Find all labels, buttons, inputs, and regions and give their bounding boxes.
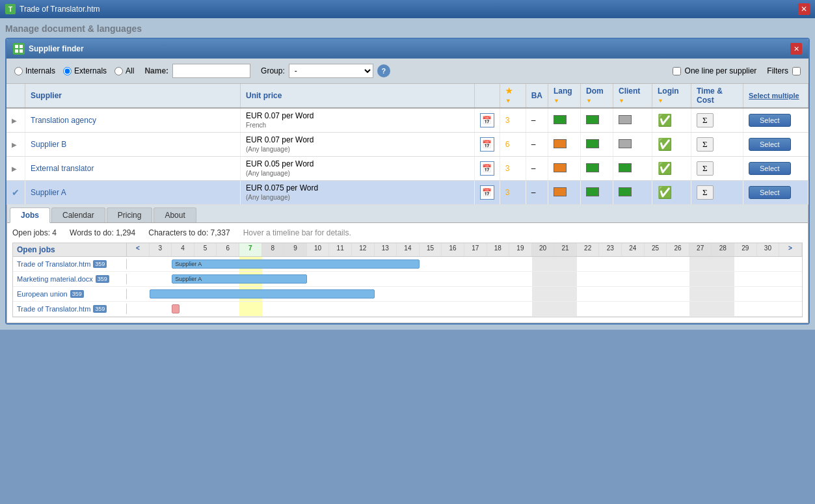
sigma-button[interactable]: Σ: [697, 161, 714, 176]
tab-jobs[interactable]: Jobs: [10, 207, 50, 223]
lang-flag-icon: [554, 187, 567, 196]
supplier-cell: Translation agency: [25, 108, 241, 133]
sigma-button[interactable]: Σ: [697, 137, 714, 152]
expand-arrow[interactable]: ▶: [12, 141, 17, 148]
help-button[interactable]: ?: [377, 64, 390, 77]
th-star[interactable]: ★ ▼: [500, 84, 526, 108]
th-select-multiple[interactable]: Select multiple: [743, 84, 808, 108]
unit-price: EUR 0.07 per Word: [246, 135, 314, 144]
tab-pricing[interactable]: Pricing: [107, 207, 153, 222]
name-field: Name:: [144, 64, 250, 78]
select-button[interactable]: Select: [749, 138, 791, 151]
lang-cell: [548, 181, 581, 205]
calendar-icon[interactable]: 📅: [480, 161, 494, 176]
cal-day-label: 25: [645, 243, 667, 256]
select-cell: Select: [743, 157, 808, 181]
sigma-cell: Σ: [691, 133, 743, 157]
sigma-cell: Σ: [691, 157, 743, 181]
star-rating: 6: [505, 140, 510, 149]
cal-day-label: 3: [150, 243, 172, 256]
cal-day-label: 8: [262, 243, 285, 256]
cal-job-link[interactable]: Trade of Translator.htm: [17, 305, 90, 313]
bg-title: Manage document & languages: [5, 23, 810, 34]
cal-days-header: <345678910111213141516171819202122232425…: [127, 243, 802, 256]
cal-bar[interactable]: Supplier A: [172, 274, 307, 284]
tab-about[interactable]: About: [154, 207, 196, 222]
tab-calendar[interactable]: Calendar: [51, 207, 105, 222]
group-dropdown[interactable]: -: [289, 64, 373, 78]
name-input[interactable]: [172, 64, 250, 78]
login-check-icon: ✅: [658, 162, 672, 175]
title-bar-title: Trade of Translator.htm: [20, 5, 100, 14]
cal-job-link[interactable]: Marketing material.docx: [17, 275, 93, 283]
sigma-button[interactable]: Σ: [697, 113, 714, 127]
one-line-option: One line per supplier: [673, 66, 757, 75]
calendar-icon[interactable]: 📅: [480, 113, 494, 127]
title-bar-close-button[interactable]: ✕: [798, 3, 810, 15]
th-lang[interactable]: Lang ▼: [548, 84, 581, 108]
expand-cell[interactable]: ▶: [7, 108, 25, 133]
calendar-cell[interactable]: 📅: [474, 157, 500, 181]
calendar-cell[interactable]: 📅: [474, 181, 500, 205]
th-time-cost: Time & Cost: [691, 84, 743, 108]
expand-arrow[interactable]: ▶: [12, 165, 17, 172]
login-cell: ✅: [652, 133, 691, 157]
radio-all[interactable]: All: [114, 66, 134, 75]
cal-bar[interactable]: Supplier A: [172, 259, 420, 269]
radio-internals[interactable]: Internals: [14, 66, 55, 75]
select-button[interactable]: Select: [749, 162, 791, 175]
unit-price-cell: EUR 0.07 per WordFrench: [240, 108, 474, 133]
cal-job-link[interactable]: Trade of Translator.htm: [17, 260, 90, 268]
th-client[interactable]: Client ▼: [613, 84, 652, 108]
weekend-shade: [532, 287, 577, 301]
calendar-cell[interactable]: 📅: [474, 108, 500, 133]
tabs-container: Jobs Calendar Pricing About Open jobs: 4…: [7, 205, 808, 323]
supplier-link[interactable]: Translation agency: [31, 116, 96, 125]
calendar-cell[interactable]: 📅: [474, 133, 500, 157]
sigma-button[interactable]: Σ: [697, 185, 714, 200]
login-check-icon: ✅: [658, 186, 672, 199]
cal-day-label: 20: [532, 243, 555, 256]
supplier-link[interactable]: Supplier B: [31, 140, 66, 149]
cal-day-label: 14: [397, 243, 420, 256]
calendar-icon[interactable]: 📅: [480, 137, 494, 152]
cal-nav-prev[interactable]: <: [127, 243, 150, 256]
selected-indicator: ✔: [12, 187, 20, 198]
cal-bar[interactable]: [150, 289, 375, 298]
lang-flag-icon: [554, 139, 567, 148]
sf-close-button[interactable]: ✕: [790, 43, 802, 55]
calendar-icon[interactable]: 📅: [480, 185, 494, 200]
ba-cell: –: [526, 181, 548, 205]
dom-cell: [581, 108, 613, 133]
filters-checkbox[interactable]: [792, 67, 801, 75]
one-line-label: One line per supplier: [685, 66, 757, 75]
th-supplier[interactable]: Supplier: [25, 84, 241, 108]
unit-price: EUR 0.05 per Word: [246, 159, 314, 168]
cal-day-label: 23: [599, 243, 622, 256]
dom-cell: [581, 133, 613, 157]
cal-timeline: [127, 287, 802, 301]
supplier-link[interactable]: Supplier A: [31, 188, 66, 197]
th-dom[interactable]: Dom ▼: [581, 84, 613, 108]
cal-bar[interactable]: [172, 304, 180, 313]
supplier-link[interactable]: External translator: [31, 164, 94, 173]
expand-cell[interactable]: ▶: [7, 133, 25, 157]
table-row: ▶External translatorEUR 0.05 per Word(An…: [7, 157, 808, 181]
cal-day-label: 17: [464, 243, 487, 256]
th-unit-price[interactable]: Unit price: [240, 84, 474, 108]
select-button[interactable]: Select: [749, 114, 791, 127]
cal-job-row: Trade of Translator.htm 359 Supplier A: [13, 257, 802, 272]
expand-arrow[interactable]: ▶: [12, 117, 17, 124]
radio-externals[interactable]: Externals: [63, 66, 107, 75]
cal-day-label: 18: [487, 243, 510, 256]
select-button[interactable]: Select: [749, 186, 791, 199]
unit-price: EUR 0.07 per Word: [246, 111, 314, 120]
expand-cell[interactable]: ▶: [7, 157, 25, 181]
cal-day-label: 29: [734, 243, 757, 256]
cal-day-label: 5: [194, 243, 217, 256]
th-login[interactable]: Login ▼: [652, 84, 691, 108]
supplier-finder-window: Supplier finder ✕ Internals Externals Al…: [5, 38, 810, 325]
one-line-checkbox[interactable]: [673, 67, 681, 75]
cal-job-link[interactable]: European union: [17, 290, 68, 298]
cal-nav-next[interactable]: >: [779, 243, 802, 256]
